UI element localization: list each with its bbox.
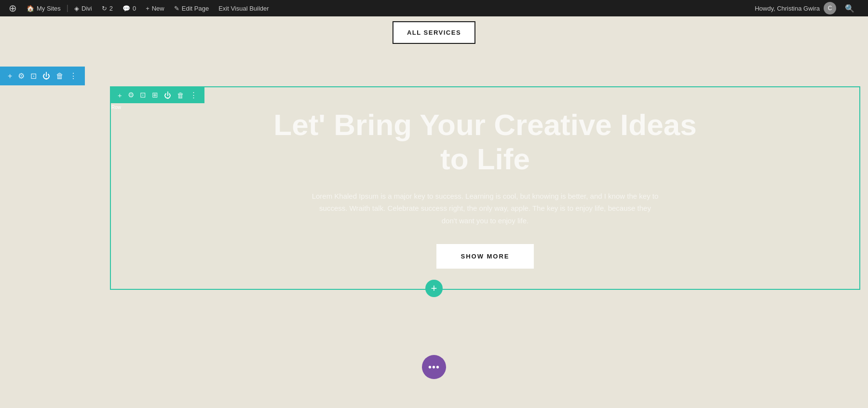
settings-icon[interactable]: ⚙: [16, 70, 27, 82]
purple-menu-icon: •••: [428, 362, 440, 373]
delete-icon[interactable]: 🗑: [54, 71, 66, 82]
comments-count: 0: [133, 5, 136, 12]
row-delete-icon[interactable]: 🗑: [175, 90, 187, 100]
add-module-icon[interactable]: +: [6, 71, 14, 82]
section-container: + ⚙ ⊡ ⊞ ⏻ 🗑 ⋮ Row Let' Bring Your Creati…: [110, 86, 860, 290]
pencil-icon: ✎: [174, 5, 179, 12]
add-section-icon: +: [431, 282, 437, 295]
section-body: Lorem Khaled Ipsum is a major key to suc…: [312, 190, 659, 227]
row-more-icon[interactable]: ⋮: [188, 90, 200, 100]
row-clone-icon[interactable]: ⊡: [137, 90, 149, 100]
purple-menu-button[interactable]: •••: [422, 355, 446, 379]
divi-logo-icon: ◈: [74, 5, 79, 12]
add-section-button[interactable]: +: [425, 280, 443, 297]
exit-vb-label: Exit Visual Builder: [218, 5, 269, 12]
row-disable-icon[interactable]: ⏻: [162, 90, 174, 100]
search-icon[interactable]: 🔍: [840, 4, 859, 13]
show-more-label: SHOW MORE: [461, 253, 509, 260]
section-content: Let' Bring Your Creative Ideas to Life L…: [111, 87, 859, 289]
all-services-label: ALL SERVICES: [407, 29, 461, 36]
show-more-button[interactable]: SHOW MORE: [436, 244, 533, 269]
row-settings-icon[interactable]: ⚙: [125, 90, 136, 100]
new-label: New: [152, 5, 164, 12]
divi-menu[interactable]: ◈ Divi: [69, 0, 97, 16]
my-sites-menu[interactable]: 🏠 My Sites: [22, 0, 66, 16]
wp-logo[interactable]: ⊕: [4, 0, 22, 16]
comments-icon: 💬: [122, 5, 130, 12]
home-icon: 🏠: [27, 5, 34, 12]
row-columns-icon[interactable]: ⊞: [149, 90, 161, 100]
new-menu[interactable]: + New: [141, 0, 169, 16]
row-toolbar: + ⚙ ⊡ ⊞ ⏻ 🗑 ⋮ Row: [110, 87, 204, 103]
more-options-icon[interactable]: ⋮: [68, 70, 79, 82]
my-sites-label: My Sites: [37, 5, 61, 12]
admin-bar: ⊕ 🏠 My Sites | ◈ Divi ↻ 2 💬 0 + New ✎ Ed…: [0, 0, 868, 16]
row-label: Row: [111, 105, 121, 110]
divi-label: Divi: [81, 5, 92, 12]
exit-visual-builder-btn[interactable]: Exit Visual Builder: [214, 0, 274, 16]
comments-menu[interactable]: 💬 0: [118, 0, 141, 16]
edit-page-label: Edit Page: [182, 5, 209, 12]
disable-icon[interactable]: ⏻: [41, 71, 52, 82]
row-add-icon[interactable]: +: [115, 90, 124, 100]
edit-page-btn[interactable]: ✎ Edit Page: [169, 0, 214, 16]
clone-icon[interactable]: ⊡: [28, 70, 39, 82]
updates-count: 2: [109, 5, 113, 12]
plus-icon: +: [146, 5, 149, 12]
avatar[interactable]: C: [824, 2, 836, 14]
user-greeting: Howdy, Christina Gwira: [755, 5, 820, 12]
section-title: Let' Bring Your Creative Ideas to Life: [268, 108, 702, 177]
updates-icon: ↻: [102, 5, 107, 12]
all-services-button[interactable]: ALL SERVICES: [393, 21, 475, 44]
admin-bar-right: Howdy, Christina Gwira C 🔍: [755, 2, 864, 14]
page-content: ALL SERVICES + ⚙ ⊡ ⏻ 🗑 ⋮ + ⚙ ⊡ ⊞ ⏻ 🗑 ⋮ R…: [0, 16, 868, 408]
left-toolbar: + ⚙ ⊡ ⏻ 🗑 ⋮: [0, 67, 85, 85]
divider1: |: [66, 4, 69, 13]
updates-menu[interactable]: ↻ 2: [97, 0, 118, 16]
